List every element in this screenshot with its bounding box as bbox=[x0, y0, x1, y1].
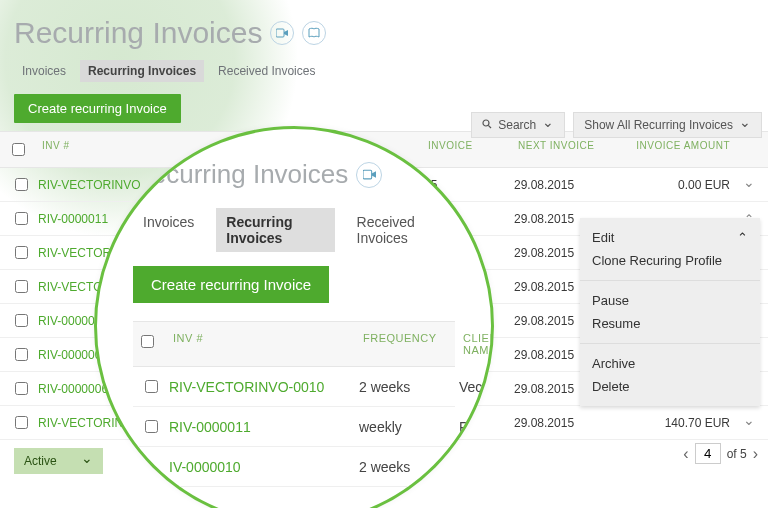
menu-edit[interactable]: Edit bbox=[592, 226, 748, 249]
zoom-row-checkbox[interactable] bbox=[145, 380, 158, 393]
zoom-row-freq: weekly bbox=[359, 419, 459, 435]
zoom-lens: Recurring Invoices Invoices Recurring In… bbox=[94, 126, 494, 508]
search-label: Search bbox=[498, 118, 536, 132]
toolbar-right: Search Show All Recurring Invoices bbox=[471, 112, 768, 138]
col-amount[interactable]: INVOICE AMOUNT bbox=[604, 140, 734, 159]
book-icon[interactable] bbox=[302, 21, 326, 45]
tab-recurring-invoices[interactable]: Recurring Invoices bbox=[80, 60, 204, 82]
search-icon bbox=[482, 118, 492, 132]
pager-prev-icon[interactable]: ‹ bbox=[683, 445, 688, 463]
row-expand-icon[interactable] bbox=[734, 416, 764, 430]
zoom-select-all-checkbox[interactable] bbox=[141, 335, 154, 348]
camera-icon[interactable] bbox=[270, 21, 294, 45]
row-expand-icon[interactable] bbox=[734, 178, 764, 192]
pager: ‹ of 5 › bbox=[683, 443, 758, 464]
zoom-create-recurring-invoice-button[interactable]: Create recurring Invoice bbox=[133, 266, 329, 303]
row-checkbox[interactable] bbox=[15, 212, 28, 225]
zoom-row-freq: 2 weeks bbox=[359, 379, 459, 395]
select-all-checkbox[interactable] bbox=[12, 143, 25, 156]
row-checkbox[interactable] bbox=[15, 382, 28, 395]
menu-pause[interactable]: Pause bbox=[592, 289, 748, 312]
menu-resume[interactable]: Resume bbox=[592, 312, 748, 335]
chevron-up-icon bbox=[737, 230, 748, 245]
row-next: 29.08.2015 bbox=[514, 416, 604, 430]
zoom-table-row[interactable]: RIV-0000011 weekly F bbox=[133, 407, 455, 447]
menu-delete[interactable]: Delete bbox=[592, 375, 748, 398]
col-invoice[interactable]: INVOICE bbox=[424, 140, 514, 159]
tab-invoices[interactable]: Invoices bbox=[14, 60, 74, 82]
page-title-text: Recurring Invoices bbox=[14, 16, 262, 50]
show-all-label: Show All Recurring Invoices bbox=[584, 118, 733, 132]
row-checkbox[interactable] bbox=[15, 416, 28, 429]
svg-rect-3 bbox=[363, 170, 372, 179]
zoom-row-inv[interactable]: RIV-VECTORINVO-0010 bbox=[169, 379, 359, 395]
zoom-row-checkbox[interactable] bbox=[145, 420, 158, 433]
row-checkbox[interactable] bbox=[15, 246, 28, 259]
zoom-col-inv[interactable]: INV # bbox=[169, 332, 359, 356]
zoom-table-row[interactable]: RIV-VECTORINVO-0010 2 weeks Vecto bbox=[133, 367, 455, 407]
tab-received-invoices[interactable]: Received Invoices bbox=[210, 60, 323, 82]
search-button[interactable]: Search bbox=[471, 112, 565, 138]
show-all-button[interactable]: Show All Recurring Invoices bbox=[573, 112, 762, 138]
pager-next-icon[interactable]: › bbox=[753, 445, 758, 463]
filter-active-label: Active bbox=[24, 454, 57, 468]
pager-of-label: of 5 bbox=[727, 447, 747, 461]
row-amount: 0.00 EUR bbox=[604, 178, 734, 192]
zoom-row-inv[interactable]: RIV-0000011 bbox=[169, 419, 359, 435]
zoom-tab-received-invoices[interactable]: Received Invoices bbox=[347, 208, 455, 252]
zoom-table-row[interactable]: IV-0000010 2 weeks bbox=[133, 447, 455, 487]
zoom-col-frequency[interactable]: FREQUENCY bbox=[359, 332, 459, 356]
svg-point-1 bbox=[483, 120, 489, 126]
row-amount: 140.70 EUR bbox=[604, 416, 734, 430]
zoom-page-title: Recurring Invoices bbox=[133, 159, 455, 190]
svg-line-2 bbox=[489, 125, 492, 128]
col-inv[interactable]: INV # bbox=[38, 140, 178, 159]
tabs-bar: Invoices Recurring Invoices Received Inv… bbox=[0, 56, 768, 90]
row-next: 29.08.2015 bbox=[514, 178, 604, 192]
chevron-down-icon bbox=[739, 118, 751, 132]
zoom-table-header: INV # FREQUENCY CLIENT NAME bbox=[133, 321, 455, 367]
row-actions-menu: Edit Clone Recuring Profile Pause Resume… bbox=[580, 218, 760, 406]
chevron-down-icon bbox=[542, 118, 554, 132]
zoom-tab-invoices[interactable]: Invoices bbox=[133, 208, 204, 252]
row-checkbox[interactable] bbox=[15, 280, 28, 293]
zoom-tabs-bar: Invoices Recurring Invoices Received Inv… bbox=[133, 208, 455, 252]
menu-archive[interactable]: Archive bbox=[592, 352, 748, 375]
camera-icon[interactable] bbox=[356, 162, 382, 188]
svg-rect-0 bbox=[276, 29, 284, 37]
zoom-tab-recurring-invoices[interactable]: Recurring Invoices bbox=[216, 208, 334, 252]
pager-current-input[interactable] bbox=[695, 443, 721, 464]
row-checkbox[interactable] bbox=[15, 314, 28, 327]
zoom-col-client[interactable]: CLIENT NAME bbox=[459, 332, 494, 356]
chevron-down-icon bbox=[81, 454, 93, 468]
row-checkbox[interactable] bbox=[15, 348, 28, 361]
filter-active-dropdown[interactable]: Active bbox=[14, 448, 103, 474]
create-recurring-invoice-button[interactable]: Create recurring Invoice bbox=[14, 94, 181, 123]
zoom-row-inv[interactable]: IV-0000010 bbox=[169, 459, 359, 475]
menu-clone[interactable]: Clone Recuring Profile bbox=[592, 249, 748, 272]
page-title: Recurring Invoices bbox=[0, 0, 768, 56]
col-next[interactable]: NEXT INVOICE bbox=[514, 140, 604, 159]
row-checkbox[interactable] bbox=[15, 178, 28, 191]
